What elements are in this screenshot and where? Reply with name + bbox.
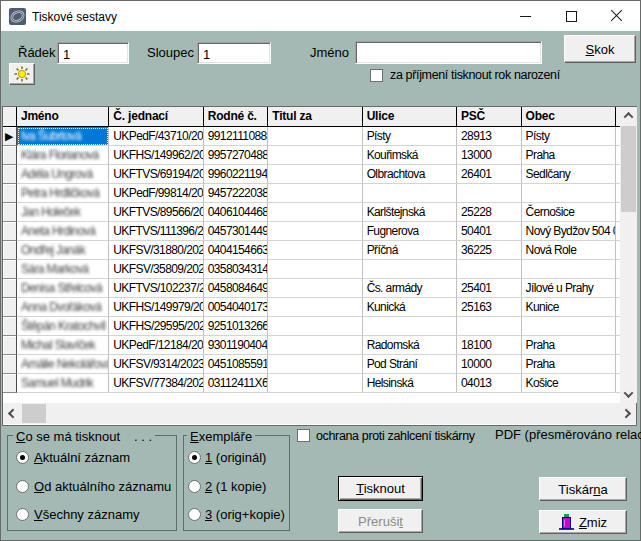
table-row[interactable]: Petra HrdličkováUKPedF/99814/20239457222…	[3, 184, 620, 203]
horizontal-scrollbar[interactable]	[3, 403, 636, 424]
cell-name[interactable]: Štěpán Kratochvíl	[17, 317, 109, 336]
radio-1-original[interactable]	[188, 451, 201, 464]
cell-name[interactable]: Ondřej Janák	[17, 241, 109, 260]
scroll-down-button[interactable]	[620, 386, 637, 403]
cell-name[interactable]: Adéla Ungrová	[17, 165, 109, 184]
cell-rodne[interactable]: 9301190404	[204, 336, 269, 355]
cell-rodne[interactable]: 0457301449	[204, 222, 269, 241]
cell-rodne[interactable]: 9457222038	[204, 184, 269, 203]
table-row[interactable]: Anna DvořákováUKFHS/149979/2023005404017…	[3, 298, 620, 317]
scroll-up-button[interactable]	[620, 107, 637, 124]
row-selector[interactable]	[3, 355, 17, 374]
tiskarna-button[interactable]: Tiskárna	[539, 477, 627, 501]
cell-obec[interactable]	[522, 184, 616, 203]
cell-titul[interactable]	[268, 241, 362, 260]
horizontal-scroll-thumb[interactable]	[22, 404, 46, 423]
cell-psc[interactable]: 13000	[457, 146, 522, 165]
cell-ulice[interactable]	[363, 260, 457, 279]
cell-psc[interactable]: 50401	[457, 222, 522, 241]
cell-name[interactable]: Anna Dvořáková	[17, 298, 109, 317]
scroll-left-button[interactable]	[3, 403, 20, 424]
cell-name[interactable]: Petra Hrdličková	[17, 184, 109, 203]
header-ulice[interactable]: Ulice	[363, 107, 457, 126]
table-row[interactable]: Aneta HrdinováUKFTVS/111396/202304573014…	[3, 222, 620, 241]
close-button[interactable]	[594, 1, 640, 31]
row-selector[interactable]	[3, 260, 17, 279]
header-c-jednaci[interactable]: Č. jednací	[109, 107, 203, 126]
cell-psc[interactable]: 25163	[457, 298, 522, 317]
table-row[interactable]: Štěpán KratochvílUKFHS/29595/20239251013…	[3, 317, 620, 336]
cell-rodne[interactable]: 03112411X6	[204, 374, 269, 393]
cell-name[interactable]: Aneta Hrdinová	[17, 222, 109, 241]
cell-obec[interactable]	[522, 260, 616, 279]
cell-titul[interactable]	[268, 222, 362, 241]
cell-psc[interactable]: 25228	[457, 203, 522, 222]
cell-ulice[interactable]: Helsinská	[363, 374, 457, 393]
table-row[interactable]: Adéla UngrováUKFTVS/69194/20239960221194…	[3, 165, 620, 184]
cell-obec[interactable]: Černošice	[522, 203, 616, 222]
prerusit-button[interactable]: Přerušit	[338, 509, 423, 533]
scroll-right-button[interactable]	[619, 403, 636, 424]
tisknout-button[interactable]: Tisknout	[338, 476, 423, 501]
maximize-button[interactable]	[548, 1, 594, 31]
cell-name[interactable]: Sára Marková	[17, 260, 109, 279]
header-psc[interactable]: PSČ	[457, 107, 522, 126]
cell-psc[interactable]: 18100	[457, 336, 522, 355]
cell-name[interactable]: Denisa Střelcová	[17, 279, 109, 298]
cell-cj[interactable]: UKPedF/12184/2023	[109, 336, 203, 355]
row-selector[interactable]	[3, 146, 17, 165]
row-selector[interactable]	[3, 184, 17, 203]
cell-psc[interactable]: 04013	[457, 374, 522, 393]
cell-titul[interactable]	[268, 165, 362, 184]
cell-name[interactable]: Amálie Nekolářová	[17, 355, 109, 374]
cell-titul[interactable]	[268, 336, 362, 355]
cell-cj[interactable]: UKFHS/149962/2023	[109, 146, 203, 165]
cell-rodne[interactable]: 0404154663	[204, 241, 269, 260]
header-rodne-c[interactable]: Rodné č.	[204, 107, 269, 126]
radio-3-orig-kopie[interactable]	[188, 508, 201, 521]
cell-obec[interactable]: Jílové u Prahy	[522, 279, 616, 298]
cell-cj[interactable]: UKFSV/35809/2023	[109, 260, 203, 279]
cell-ulice[interactable]: Karlštejnská	[363, 203, 457, 222]
cell-name[interactable]: Jan Holeček	[17, 203, 109, 222]
cell-obec[interactable]: Praha	[522, 336, 616, 355]
cell-titul[interactable]	[268, 260, 362, 279]
cell-ulice[interactable]: Čs. armády	[363, 279, 457, 298]
row-selector[interactable]	[3, 298, 17, 317]
cell-psc[interactable]: 25401	[457, 279, 522, 298]
cell-titul[interactable]	[268, 146, 362, 165]
table-row[interactable]: Samuel MudrikUKFSV/77384/202303112411X6H…	[3, 374, 620, 393]
cell-obec[interactable]: Praha	[522, 146, 616, 165]
cell-ulice[interactable]: Kouřimská	[363, 146, 457, 165]
row-selector[interactable]	[3, 279, 17, 298]
cell-ulice[interactable]: Příčná	[363, 241, 457, 260]
cell-psc[interactable]: 26401	[457, 165, 522, 184]
row-selector[interactable]	[3, 336, 17, 355]
cell-rodne[interactable]: 0054040173	[204, 298, 269, 317]
zmiz-button[interactable]: Zmiz	[539, 510, 627, 534]
cell-psc[interactable]	[457, 184, 522, 203]
cell-titul[interactable]	[268, 317, 362, 336]
header-jmeno[interactable]: Jméno	[17, 107, 109, 126]
cell-rodne[interactable]: 0406104468	[204, 203, 269, 222]
table-row[interactable]: Denisa StřelcováUKFTVS/102237/2023045808…	[3, 279, 620, 298]
cell-cj[interactable]: UKFTVS/89566/2023	[109, 203, 203, 222]
cell-ulice[interactable]: Radomská	[363, 336, 457, 355]
cell-name[interactable]: Michal Slavíček	[17, 336, 109, 355]
cell-obec[interactable]	[522, 317, 616, 336]
table-row[interactable]: Amálie NekolářováUKFSV/9314/2023-0451085…	[3, 355, 620, 374]
row-selector[interactable]	[3, 317, 17, 336]
cell-cj[interactable]: UKFTVS/69194/2023	[109, 165, 203, 184]
cell-ulice[interactable]: Písty	[363, 127, 457, 146]
radio-aktualni-zaznam[interactable]	[16, 451, 29, 464]
cell-cj[interactable]: UKFSV/31880/2023	[109, 241, 203, 260]
cell-obec[interactable]: Košice	[522, 374, 616, 393]
cell-titul[interactable]	[268, 279, 362, 298]
cell-titul[interactable]	[268, 203, 362, 222]
name-input[interactable]	[355, 41, 542, 64]
cell-obec[interactable]: Sedlčany	[522, 165, 616, 184]
cell-psc[interactable]: 10000	[457, 355, 522, 374]
cell-titul[interactable]	[268, 374, 362, 393]
table-row[interactable]: Ondřej JanákUKFSV/31880/20230404154663Př…	[3, 241, 620, 260]
cell-rodne[interactable]: 9251013266	[204, 317, 269, 336]
